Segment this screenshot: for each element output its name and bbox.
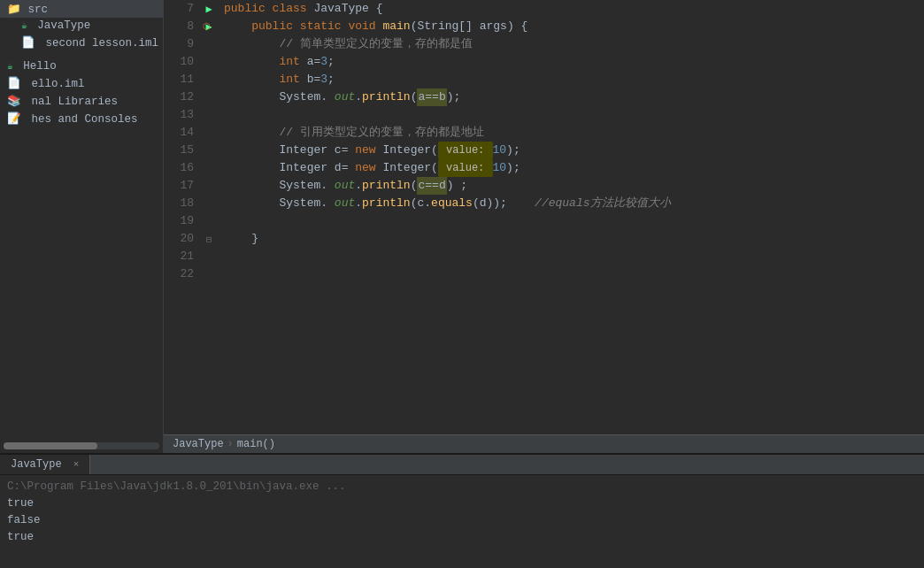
type-integer-15: Integer [279, 142, 334, 159]
kw-public-8: public [251, 18, 300, 35]
fn-main-8: main [382, 18, 410, 35]
sidebar-item-blank [0, 51, 163, 58]
main-area: 📁 src ☕ JavaType 📄 second lesson.iml ☕ H… [0, 0, 924, 453]
paren-18: (c. [411, 195, 431, 212]
indent-20 [224, 230, 251, 248]
gutter-arrow-7: ▶ [201, 0, 217, 18]
gutter-empty-9 [201, 35, 217, 53]
sys-17: System. [279, 177, 327, 195]
close-16: ); [506, 159, 520, 177]
line-num-20: 20 [164, 230, 194, 248]
breakpoint-dot: ⬡ [203, 21, 211, 32]
sidebar-item-ext-lib[interactable]: 📚 nal Libraries [0, 92, 163, 110]
eq-expr-17: c==d [417, 177, 446, 195]
sidebar-label-iml: second lesson.iml [46, 37, 159, 50]
fn-println-18: println [362, 195, 411, 212]
tab-label-javatype: JavaType [11, 458, 62, 471]
gutter-empty-15 [201, 142, 217, 159]
breadcrumb-main[interactable]: main() [237, 438, 275, 450]
var-a-10: a= [307, 53, 321, 71]
hello-icon: ☕ [7, 61, 13, 72]
out-12: out [327, 88, 355, 106]
kw-new-16: new [355, 159, 382, 177]
breadcrumb-javatype[interactable]: JavaType [173, 438, 224, 450]
args-18: (d)); [473, 195, 507, 212]
brace-20: } [251, 230, 258, 248]
line-num-8: 8 [164, 18, 194, 35]
breadcrumb-bar: JavaType › main() [164, 434, 924, 453]
console-line-false: false [7, 512, 917, 529]
indent-18 [224, 195, 279, 212]
code-body[interactable]: public class JavaType { public static vo… [217, 0, 924, 434]
comment-9: // 简单类型定义的变量，存的都是值 [279, 35, 472, 53]
hello-iml-icon: 📄 [7, 78, 21, 90]
folder-icon: 📁 [7, 4, 28, 16]
line-num-15: 15 [164, 142, 194, 159]
bottom-panel: JavaType × C:\Program Files\Java\jdk1.8.… [0, 453, 924, 568]
gutter-fold-20[interactable]: ⊟ [201, 230, 217, 248]
bracket-8: [] [458, 18, 479, 35]
sidebar-item-iml[interactable]: 📄 second lesson.iml [0, 34, 163, 51]
gutter-empty-17 [201, 177, 217, 195]
sidebar-item-javatype[interactable]: ☕ JavaType [0, 18, 163, 34]
sidebar-item-src[interactable]: 📁 src [0, 0, 163, 18]
code-line-9: // 简单类型定义的变量，存的都是值 [224, 35, 924, 53]
line-num-10: 10 [164, 53, 194, 71]
line-num-18: 18 [164, 195, 194, 212]
paren-8: ( [411, 18, 418, 35]
gutter-empty-21 [201, 248, 217, 265]
console-line-true1: true [7, 495, 917, 512]
gutter-empty-22 [201, 265, 217, 283]
sidebar-scroll-thumb [4, 442, 97, 449]
console-true1-text: true [7, 497, 34, 510]
indent-9 [224, 35, 279, 53]
gutter-empty-14 [201, 124, 217, 142]
dot-17: . [355, 177, 362, 195]
out-18: out [327, 195, 355, 212]
code-line-13 [224, 106, 924, 124]
type-integer-16: Integer [279, 159, 334, 177]
editor-area: 7 8 9 10 11 12 13 14 15 16 17 18 19 20 2… [164, 0, 924, 453]
num-10-15: 10 [493, 142, 507, 159]
bottom-tab-javatype[interactable]: JavaType × [0, 455, 90, 474]
sidebar-label-hello-iml: ello.iml [32, 78, 85, 90]
sidebar-label-ext-lib: nal Libraries [32, 96, 119, 108]
code-line-21 [224, 248, 924, 265]
code-line-7: public class JavaType { [224, 0, 924, 18]
java-icon: ☕ [21, 20, 27, 31]
scratches-icon: 📝 [7, 113, 21, 126]
gutter-empty-13 [201, 106, 217, 124]
indent-17 [224, 177, 279, 195]
gutter-breakpoint-8[interactable]: ▶ ⬡ [201, 18, 217, 35]
line-numbers: 7 8 9 10 11 12 13 14 15 16 17 18 19 20 2… [164, 0, 201, 434]
code-line-20: } [224, 230, 924, 248]
sidebar-item-hello-iml[interactable]: 📄 ello.iml [0, 74, 163, 92]
num-3-10: 3 [320, 53, 327, 71]
paren-close-17: ) ; [447, 177, 467, 195]
sidebar-label-hello: Hello [23, 60, 57, 73]
kw-int-10: int [279, 53, 306, 71]
indent-15 [224, 142, 279, 159]
line-num-12: 12 [164, 88, 194, 106]
gutter-empty-11 [201, 71, 217, 88]
sidebar-item-scratches[interactable]: 📝 hes and Consoles [0, 110, 163, 127]
sidebar: 📁 src ☕ JavaType 📄 second lesson.iml ☕ H… [0, 0, 164, 453]
line-num-13: 13 [164, 106, 194, 124]
num-10-16: 10 [493, 159, 507, 177]
line-num-21: 21 [164, 248, 194, 265]
dot-18: . [355, 195, 362, 212]
sidebar-item-hello[interactable]: ☕ Hello [0, 58, 163, 74]
sidebar-scrollbar[interactable] [4, 442, 159, 449]
code-line-10: int a= 3 ; [224, 53, 924, 71]
console-output: C:\Program Files\Java\jdk1.8.0_201\bin\j… [0, 475, 924, 568]
num-3-11: 3 [320, 71, 327, 88]
paren-open-12: ( [411, 88, 418, 106]
tab-close-javatype[interactable]: × [73, 459, 80, 470]
type-integer2-16: Integer( [382, 159, 437, 177]
code-line-18: System. out . println (c. equals (d)); /… [224, 195, 924, 212]
dot-12: . [355, 88, 362, 106]
close-15: ); [506, 142, 520, 159]
kw-new-15: new [355, 142, 382, 159]
console-false-text: false [7, 514, 41, 526]
type-string-8: String [417, 18, 458, 35]
